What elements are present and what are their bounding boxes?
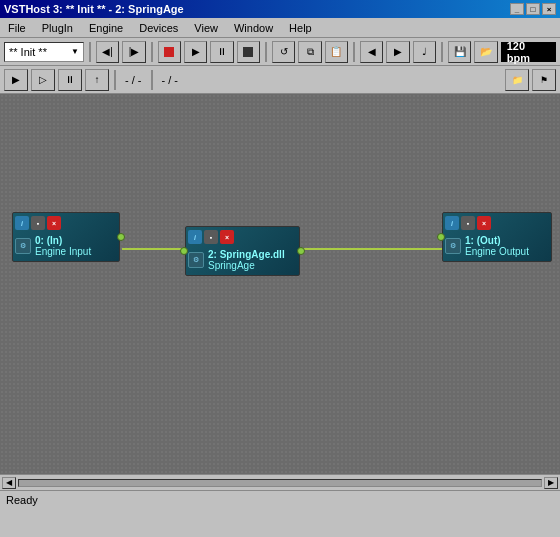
info-icon[interactable]: i (445, 216, 459, 230)
engine-output-node[interactable]: i ▪ × ⚙ 1: (Out) Engine Output (442, 212, 552, 262)
preset-dropdown[interactable]: ** Init ** ▼ (4, 42, 84, 62)
info-icon[interactable]: i (15, 216, 29, 230)
paste-button[interactable]: 📋 (325, 41, 348, 63)
close-button[interactable]: × (542, 3, 556, 15)
sep6 (114, 70, 116, 90)
next-button[interactable]: |▶ (122, 41, 145, 63)
node-id-title: 2: SpringAge.dll (208, 249, 285, 260)
status-text: Ready (6, 494, 38, 506)
close-icon[interactable]: × (477, 216, 491, 230)
flag-button[interactable]: ⚑ (532, 69, 556, 91)
midi-button[interactable]: ♩ (413, 41, 436, 63)
dropdown-arrow: ▼ (71, 47, 79, 56)
menu-devices[interactable]: Devices (135, 20, 182, 36)
output-port[interactable] (297, 247, 305, 255)
loop-button[interactable]: ↺ (272, 41, 295, 63)
node-label: Engine Input (35, 246, 91, 257)
info-icon[interactable]: i (188, 230, 202, 244)
menu-window[interactable]: Window (230, 20, 277, 36)
open-button[interactable]: 📂 (474, 41, 497, 63)
title-bar-buttons: _ □ × (510, 3, 556, 15)
close-icon[interactable]: × (47, 216, 61, 230)
title-text: VSTHost 3: ** Init ** - 2: SpringAge (4, 3, 184, 15)
node-body: ⚙ 2: SpringAge.dll SpringAge (188, 247, 297, 273)
node-label: SpringAge (208, 260, 285, 271)
stop-button[interactable] (237, 41, 260, 63)
scroll-left-button[interactable]: ◀ (2, 477, 16, 489)
canvas-area[interactable]: i ▪ × ⚙ 0: (In) Engine Input i ▪ × ⚙ 2: … (0, 94, 560, 474)
folder-button[interactable]: 📁 (505, 69, 529, 91)
scroll-right-button[interactable]: ▶ (544, 477, 558, 489)
output-port[interactable] (117, 233, 125, 241)
h-scrollbar: ◀ ▶ (0, 474, 560, 490)
menu-view[interactable]: View (190, 20, 222, 36)
separator1 (89, 42, 91, 62)
export-button[interactable]: ↑ (85, 69, 109, 91)
del-icon[interactable]: ▪ (461, 216, 475, 230)
minimize-button[interactable]: _ (510, 3, 524, 15)
pause-button[interactable]: ⏸ (210, 41, 233, 63)
record-button[interactable] (158, 41, 181, 63)
status-bar: Ready (0, 490, 560, 508)
menu-plugin[interactable]: PlugIn (38, 20, 77, 36)
input-port[interactable] (437, 233, 445, 241)
step-button[interactable]: ▷ (31, 69, 55, 91)
back-button[interactable]: ◀ (360, 41, 383, 63)
node-header: i ▪ × (15, 215, 117, 231)
sep7 (151, 70, 153, 90)
separator2 (151, 42, 153, 62)
save-button[interactable]: 💾 (448, 41, 471, 63)
separator3 (265, 42, 267, 62)
scroll-track[interactable] (18, 479, 542, 487)
title-bar: VSTHost 3: ** Init ** - 2: SpringAge _ □… (0, 0, 560, 18)
del-icon[interactable]: ▪ (204, 230, 218, 244)
node-id-title: 1: (Out) (465, 235, 529, 246)
separator5 (441, 42, 443, 62)
node-body: ⚙ 1: (Out) Engine Output (445, 233, 549, 259)
menu-help[interactable]: Help (285, 20, 316, 36)
position2-text: - / - (158, 74, 183, 86)
pause2-button[interactable]: ⏸ (58, 69, 82, 91)
menu-bar: File PlugIn Engine Devices View Window H… (0, 18, 560, 38)
engine-input-node[interactable]: i ▪ × ⚙ 0: (In) Engine Input (12, 212, 120, 262)
input-port[interactable] (180, 247, 188, 255)
copy-button[interactable]: ⧉ (298, 41, 321, 63)
connections-svg (0, 94, 560, 474)
menu-engine[interactable]: Engine (85, 20, 127, 36)
spring-age-node[interactable]: i ▪ × ⚙ 2: SpringAge.dll SpringAge (185, 226, 300, 276)
plugin-icon: ⚙ (15, 238, 31, 254)
toolbar2: ▶ ▷ ⏸ ↑ - / - - / - 📁 ⚑ (0, 66, 560, 94)
position-text: - / - (121, 74, 146, 86)
play-button[interactable]: ▶ (184, 41, 207, 63)
node-body: ⚙ 0: (In) Engine Input (15, 233, 117, 259)
prev-button[interactable]: ◀| (96, 41, 119, 63)
toolbar1: ** Init ** ▼ ◀| |▶ ▶ ⏸ ↺ ⧉ 📋 ◀ ▶ ♩ 💾 📂 1… (0, 38, 560, 66)
separator4 (353, 42, 355, 62)
menu-file[interactable]: File (4, 20, 30, 36)
plugin-icon: ⚙ (188, 252, 204, 268)
close-icon[interactable]: × (220, 230, 234, 244)
del-icon[interactable]: ▪ (31, 216, 45, 230)
maximize-button[interactable]: □ (526, 3, 540, 15)
node-header: i ▪ × (445, 215, 549, 231)
node-header: i ▪ × (188, 229, 297, 245)
plugin-icon: ⚙ (445, 238, 461, 254)
bpm-display: 120 bpm (501, 42, 556, 62)
forward-button[interactable]: ▶ (386, 41, 409, 63)
node-label: Engine Output (465, 246, 529, 257)
node-id-title: 0: (In) (35, 235, 91, 246)
play2-button[interactable]: ▶ (4, 69, 28, 91)
